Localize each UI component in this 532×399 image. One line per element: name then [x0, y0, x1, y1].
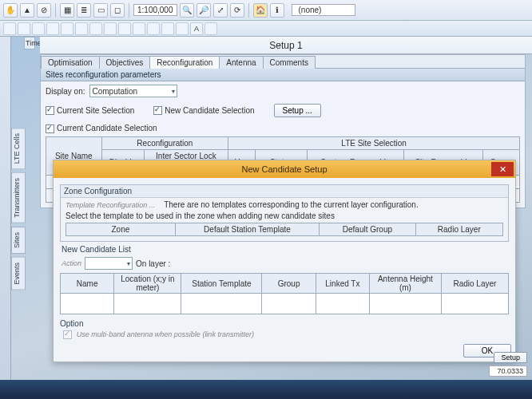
- candidate-list-title: New Candidate List: [62, 245, 507, 254]
- action-label: Action: [62, 259, 81, 267]
- dialog-title: New Candidate Setup: [241, 164, 327, 174]
- col-antenna-height: Antenna Height (m): [370, 274, 442, 294]
- option-label: Option: [60, 319, 509, 328]
- top-toolbar: ✋ ▲ ⊘ ▦ ≣ ▭ ◻ 1:100,000 🔍 🔎 ⤢ ⟳ 🏠 ℹ (non…: [0, 0, 532, 21]
- taskbar: [0, 380, 532, 399]
- candidate-grid: Name Location (x;y in meter) Station Tem…: [60, 273, 509, 314]
- no-template-msg: There are no templates corresponding to …: [164, 200, 419, 209]
- zone-config-group: Zone Configuration Template Reconfigurat…: [60, 184, 509, 242]
- text-a-icon[interactable]: A: [190, 22, 203, 35]
- col-group-reconf: Reconfiguration: [101, 136, 228, 149]
- scale-box[interactable]: 1:100,000: [133, 4, 177, 16]
- hand-icon[interactable]: ✋: [3, 3, 18, 18]
- dock-tab-events[interactable]: Events: [11, 257, 26, 290]
- rb-icon[interactable]: [89, 22, 102, 35]
- new-candidate-label: New Candidate Selection: [165, 106, 254, 115]
- new-candidate-checkbox[interactable]: [153, 106, 162, 115]
- page-title: Setup 1: [40, 37, 532, 54]
- col-name: Name: [61, 274, 114, 294]
- col-location: Location (x;y in meter): [114, 274, 181, 294]
- current-site-label: Current Site Selection: [57, 106, 134, 115]
- table-row: [61, 294, 509, 314]
- left-dock: LTE Cells Transmitters Sites Events: [11, 128, 26, 290]
- coord-value: 70.0333: [489, 365, 527, 377]
- time-tab[interactable]: Time: [24, 37, 35, 49]
- col-station-template: Station Template: [181, 274, 262, 294]
- panel-tabs: Optimisation Objectives Reconfiguration …: [41, 55, 525, 69]
- section-header: Sites reconfiguration parameters: [41, 69, 525, 81]
- display-on-label: Display on:: [46, 87, 85, 96]
- multiband-checkbox[interactable]: [63, 330, 72, 339]
- rect-icon[interactable]: ▭: [93, 3, 108, 18]
- left-strip: [0, 37, 11, 399]
- dock-tab-sites[interactable]: Sites: [11, 227, 26, 254]
- rb-icon[interactable]: [75, 22, 88, 35]
- dock-tab-transmitters[interactable]: Transmitters: [11, 172, 26, 223]
- on-layer-label: On layer :: [136, 259, 170, 268]
- tab-optimisation[interactable]: Optimisation: [41, 56, 100, 69]
- rb-icon[interactable]: [147, 22, 160, 35]
- zone-grid: Zone Default Station Template Default Gr…: [66, 223, 503, 236]
- col-cand-radio-layer: Radio Layer: [441, 274, 508, 294]
- rb-icon[interactable]: [18, 22, 30, 35]
- refresh-icon[interactable]: ⟳: [230, 3, 244, 18]
- zoom-in-icon[interactable]: 🔍: [180, 3, 194, 18]
- arrow-icon[interactable]: ▲: [20, 3, 34, 18]
- rb-icon[interactable]: [133, 22, 145, 35]
- rb-icon[interactable]: [104, 22, 117, 35]
- col-default-station: Default Station Template: [175, 223, 320, 236]
- tab-comments[interactable]: Comments: [263, 56, 316, 69]
- new-candidate-dialog: New Candidate Setup ✕ Zone Configuration…: [53, 160, 516, 362]
- grid-icon[interactable]: ▦: [60, 3, 74, 18]
- square-icon[interactable]: ◻: [110, 3, 125, 18]
- dock-tab-lte[interactable]: LTE Cells: [11, 128, 26, 169]
- zoom-extent-icon[interactable]: ⤢: [213, 3, 228, 18]
- col-zone: Zone: [66, 223, 176, 236]
- ribbon-toolbar: A: [0, 21, 532, 37]
- current-site-checkbox[interactable]: [46, 106, 54, 115]
- setup-button[interactable]: Setup ...: [274, 104, 321, 117]
- rb-icon[interactable]: [204, 22, 217, 35]
- rb-icon[interactable]: [32, 22, 45, 35]
- col-radio-layer: Radio Layer: [415, 223, 502, 236]
- display-on-select[interactable]: Computation: [89, 85, 177, 97]
- rb-icon[interactable]: [46, 22, 59, 35]
- tab-antenna[interactable]: Antenna: [219, 56, 263, 69]
- rb-icon[interactable]: [176, 22, 189, 35]
- action-select[interactable]: [85, 257, 133, 270]
- close-icon[interactable]: ✕: [491, 162, 514, 176]
- multiband-label: Use multi-band antenna when possible (li…: [77, 330, 254, 338]
- info-icon[interactable]: ℹ: [270, 3, 284, 18]
- rb-icon[interactable]: [3, 22, 16, 35]
- col-cand-group: Group: [262, 274, 316, 294]
- current-candidate-checkbox[interactable]: [46, 124, 54, 133]
- zone-config-title: Zone Configuration: [61, 185, 508, 198]
- template-reconf-link: Template Reconfiguration ...: [66, 201, 155, 209]
- select-template-msg: Select the template to be used in the zo…: [61, 211, 508, 223]
- current-candidate-label: Current Candidate Selection: [57, 124, 157, 132]
- bottom-right-panel: Setup 70.0333: [489, 352, 527, 377]
- col-linked-tx: Linked Tx: [316, 274, 369, 294]
- col-default-group: Default Group: [320, 223, 415, 236]
- cancel-icon[interactable]: ⊘: [37, 3, 51, 18]
- tab-objectives[interactable]: Objectives: [99, 56, 151, 69]
- home-icon[interactable]: 🏠: [253, 3, 268, 18]
- rb-icon[interactable]: [118, 22, 131, 35]
- col-group-lte: LTE Site Selection: [228, 136, 520, 149]
- layers-icon[interactable]: ≣: [77, 3, 91, 18]
- rb-icon[interactable]: [61, 22, 73, 35]
- setup-float-button[interactable]: Setup: [494, 352, 527, 363]
- rb-icon[interactable]: [161, 22, 174, 35]
- tab-reconfiguration[interactable]: Reconfiguration: [149, 56, 220, 69]
- zoom-out-icon[interactable]: 🔎: [197, 3, 211, 18]
- layer-select[interactable]: (none): [292, 4, 355, 16]
- dialog-title-bar: New Candidate Setup ✕: [54, 160, 515, 178]
